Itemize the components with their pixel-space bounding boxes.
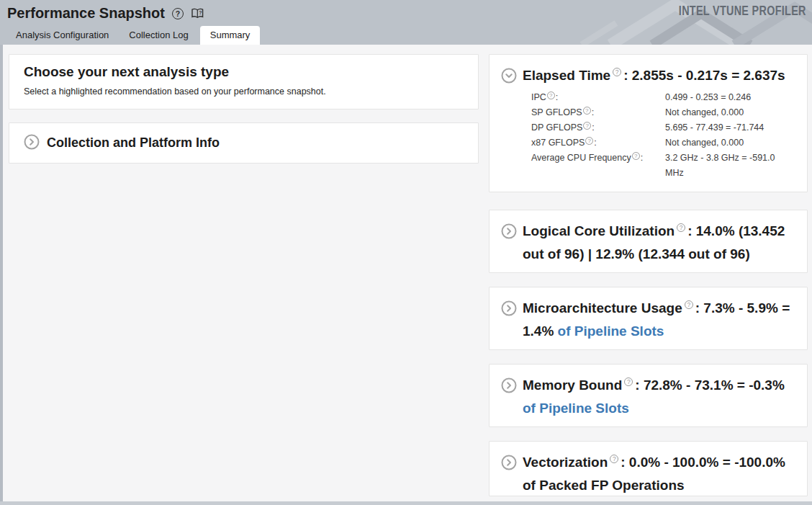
microarchitecture-usage-card: Microarchitecture Usage?: 7.3% - 5.9% = … [489,287,808,350]
metric-value-suffix: of Packed FP Operations [523,478,685,493]
tab-collection-log[interactable]: Collection Log [120,26,197,45]
help-icon[interactable]: ? [685,300,693,309]
tab-analysis-configuration[interactable]: Analysis Configuration [7,26,117,45]
help-icon[interactable]: ? [585,137,593,145]
metric-title: Microarchitecture Usage [523,300,682,316]
vectorization-card: Vectorization?: 0.0% - 100.0% = -100.0% … [489,441,808,496]
vtune-window: INTEL VTUNE PROFILER Performance Snapsho… [0,0,812,505]
header-bar: INTEL VTUNE PROFILER Performance Snapsho… [0,0,812,45]
submetric-label: SP GFLOPS? [531,105,665,120]
collection-platform-info-title: Collection and Platform Info [47,135,220,151]
metric-title: Elapsed Time [523,68,610,83]
metric-value: : 2.855s - 0.217s = 2.637s [623,68,785,83]
chevron-right-circle-icon[interactable] [501,223,517,242]
memory-bound-card: Memory Bound?: 72.8% - 73.1% = -0.3% of … [489,364,808,427]
metric-value: : 0.0% - 100.0% = -100.0% [621,455,785,470]
pipeline-slots-link[interactable]: of Pipeline Slots [523,401,629,416]
metric-value: : 72.8% - 73.1% = -0.3% [635,377,785,393]
chevron-down-circle-icon[interactable] [501,68,517,86]
svg-text:?: ? [199,10,202,15]
next-analysis-subtitle: Select a highlighted recommendation base… [24,86,464,97]
submetric-label: x87 GFLOPS? [531,135,665,151]
submetric-value: Not changed, 0.000 [665,105,795,120]
submetric-label: DP GFLOPS? [531,120,665,135]
help-icon[interactable]: ? [624,377,633,386]
brand-logo: INTEL VTUNE PROFILER [679,4,806,19]
submetric-label: Average CPU Frequency? [531,151,665,181]
metric-title: Vectorization [523,455,608,470]
window-bottom-edge [0,501,812,505]
submetric-label: IPC? [531,90,665,105]
documentation-book-icon[interactable]: ? [191,7,204,19]
summary-content: Choose your next analysis type Select a … [3,45,812,501]
tab-bar: Analysis Configuration Collection Log Su… [7,26,263,45]
help-icon[interactable]: ? [610,455,618,463]
metric-title: Memory Bound [523,377,622,393]
submetric-value: 0.499 - 0.253 = 0.246 [665,90,795,105]
help-icon[interactable]: ? [613,68,621,76]
chevron-right-circle-icon[interactable] [24,134,40,153]
next-analysis-title: Choose your next analysis type [24,64,464,80]
logical-core-utilization-card: Logical Core Utilization?: 14.0% (13.452… [489,210,808,273]
submetric-value: 3.2 GHz - 3.8 GHz = -591.0 MHz [665,151,795,181]
chevron-right-circle-icon[interactable] [501,377,517,396]
pipeline-slots-link[interactable]: of Pipeline Slots [558,323,664,339]
submetric-value: Not changed, 0.000 [665,135,795,151]
metric-title: Logical Core Utilization [523,223,675,238]
help-icon[interactable]: ? [583,122,591,130]
help-icon[interactable]: ? [677,223,685,232]
elapsed-time-submetrics: IPC? 0.499 - 0.253 = 0.246 SP GFLOPS? No… [531,90,795,181]
collection-platform-info-card[interactable]: Collection and Platform Info [9,122,479,164]
submetric-value: 5.695 - 77.439 = -71.744 [665,120,795,135]
elapsed-time-card: Elapsed Time?: 2.855s - 0.217s = 2.637s … [489,54,808,192]
next-analysis-card: Choose your next analysis type Select a … [9,54,479,110]
page-title: Performance Snapshot [7,5,165,22]
chevron-right-circle-icon[interactable] [501,300,517,319]
help-icon[interactable]: ? [547,91,555,99]
help-icon[interactable]: ? [583,107,591,115]
help-icon[interactable]: ? [632,152,640,160]
chevron-right-circle-icon[interactable] [501,455,517,473]
tab-summary[interactable]: Summary [200,26,261,45]
help-icon[interactable]: ? [172,8,184,19]
